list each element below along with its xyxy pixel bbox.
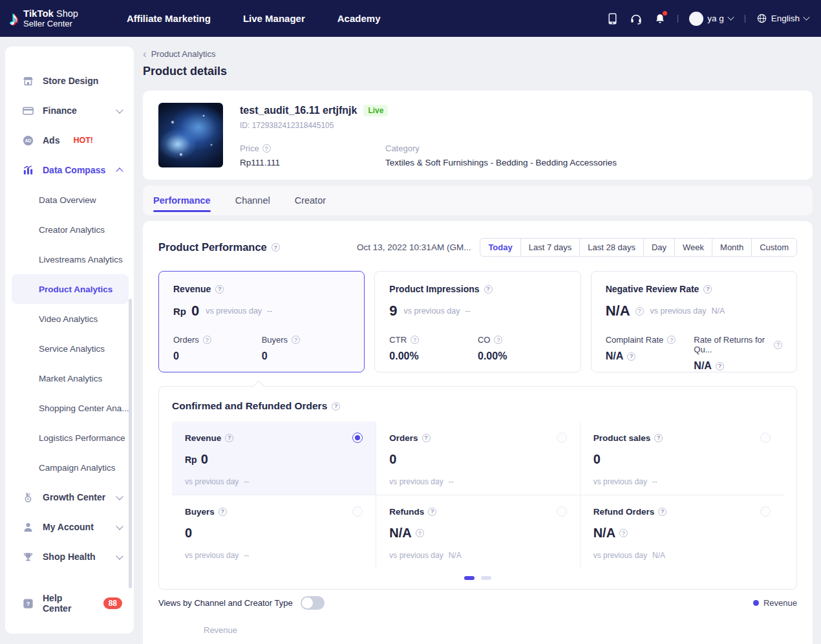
tile-help-icon[interactable] <box>428 508 436 516</box>
value-help-icon[interactable] <box>635 307 644 316</box>
negative-review-help-icon[interactable] <box>703 285 712 294</box>
brand-regular: Shop <box>56 8 78 19</box>
subitem-label: Livestreams Analytics <box>39 255 123 264</box>
range-today[interactable]: Today <box>480 239 520 256</box>
sidebar-label: My Account <box>43 522 94 532</box>
tab-channel[interactable]: Channel <box>235 186 270 215</box>
range-last-28-days[interactable]: Last 28 days <box>579 239 643 256</box>
confirmed-orders-help-icon[interactable] <box>332 402 340 411</box>
subitem-label: Creator Analytics <box>39 225 105 235</box>
product-category-block: Category Textiles & Soft Furnishings - B… <box>385 144 617 167</box>
tile-buyers[interactable]: Buyers 0 vs previous day-- <box>172 495 376 568</box>
user-menu[interactable]: ya g <box>689 12 734 26</box>
range-day[interactable]: Day <box>643 239 674 256</box>
submetric-value: N/A <box>606 350 624 362</box>
tile-revenue[interactable]: Revenue Rp0 vs previous day-- <box>172 422 376 495</box>
views-by-channel-toggle[interactable] <box>301 596 325 610</box>
revenue-help-icon[interactable] <box>215 285 224 294</box>
tile-help-icon[interactable] <box>422 434 431 442</box>
complaint-rate-help-icon[interactable] <box>667 336 676 344</box>
sidebar-subitem-creator-analytics[interactable]: Creator Analytics <box>5 215 134 244</box>
impressions-help-icon[interactable] <box>484 285 493 294</box>
submetric-value: 0.00% <box>389 350 418 362</box>
sidebar-item-help-center[interactable]: ? Help Center 88 <box>5 588 134 618</box>
sidebar-subitem-shopping-center-analytics[interactable]: Shopping Center Ana... <box>5 393 134 423</box>
sidebar-subitem-campaign-analytics[interactable]: Campaign Analytics <box>5 453 134 482</box>
nav-academy[interactable]: Academy <box>337 13 381 24</box>
tile-product-sales[interactable]: Product sales 0 vs previous day-- <box>580 422 784 495</box>
buyers-radio[interactable] <box>352 506 363 517</box>
report-datetime: Oct 13, 2022 10:31AM (GM... <box>357 242 471 252</box>
page-dot-2[interactable] <box>481 576 491 580</box>
tile-refund-orders[interactable]: Refund Orders N/A vs previous dayN/A <box>580 495 784 568</box>
performance-help-icon[interactable] <box>272 243 280 252</box>
vs-label: vs previous day <box>404 306 460 316</box>
tile-help-icon[interactable] <box>225 434 233 442</box>
product-sales-radio[interactable] <box>760 433 771 443</box>
sidebar-subitem-product-analytics[interactable]: Product Analytics <box>12 274 129 304</box>
tile-refunds[interactable]: Refunds N/A vs previous dayN/A <box>376 495 579 568</box>
sidebar-item-my-account[interactable]: My Account <box>5 512 134 542</box>
breadcrumb[interactable]: Product Analytics <box>143 48 215 59</box>
vs-value: -- <box>244 477 249 486</box>
tile-help-icon[interactable] <box>658 508 666 516</box>
tile-help-icon[interactable] <box>654 434 663 442</box>
refunds-radio[interactable] <box>557 506 567 517</box>
returns-rate-help-icon[interactable] <box>774 341 782 349</box>
nav-affiliate-marketing[interactable]: Affiliate Marketing <box>127 13 211 24</box>
tile-help-icon[interactable] <box>219 508 227 516</box>
orders-help-icon[interactable] <box>203 336 211 344</box>
sidebar-item-ads[interactable]: AD Ads HOT! <box>5 125 134 155</box>
revenue-radio[interactable] <box>352 433 363 443</box>
sidebar-item-data-compass[interactable]: Data Compass <box>5 155 134 185</box>
sidebar-subitem-service-analytics[interactable]: Service Analytics <box>5 334 134 363</box>
mobile-app-icon[interactable] <box>606 12 619 25</box>
value-help-icon[interactable] <box>416 529 424 537</box>
tab-performance[interactable]: Performance <box>153 186 211 215</box>
sidebar-label: Store Design <box>43 76 98 86</box>
tab-creator[interactable]: Creator <box>295 186 326 215</box>
refund-orders-radio[interactable] <box>760 506 771 517</box>
language-selector[interactable]: English <box>756 13 809 24</box>
metric-card-negative-review-rate[interactable]: Negative Review Rate N/A vs previous day… <box>591 271 797 372</box>
trophy-icon <box>22 551 34 563</box>
value-help-icon[interactable] <box>627 352 635 361</box>
value-help-icon[interactable] <box>619 529 628 537</box>
orders-radio[interactable] <box>557 433 567 443</box>
price-help-icon[interactable] <box>262 144 271 153</box>
co-help-icon[interactable] <box>494 336 502 344</box>
range-custom[interactable]: Custom <box>751 239 796 256</box>
range-week[interactable]: Week <box>674 239 712 256</box>
metric-card-revenue[interactable]: Revenue Rp0 vs previous day -- Orders 0 … <box>158 271 365 372</box>
range-last-7-days[interactable]: Last 7 days <box>520 239 580 256</box>
support-headset-icon[interactable] <box>630 12 643 25</box>
submetric-label: CTR <box>389 335 407 345</box>
sidebar-subitem-video-analytics[interactable]: Video Analytics <box>5 304 134 334</box>
sidebar-subitem-livestreams-analytics[interactable]: Livestreams Analytics <box>5 244 134 274</box>
sidebar-item-store-design[interactable]: Store Design <box>5 66 134 96</box>
range-month[interactable]: Month <box>712 239 751 256</box>
subitem-label: Shopping Center Ana... <box>39 403 129 413</box>
sidebar-label: Growth Center <box>43 492 105 502</box>
sidebar-item-shop-health[interactable]: Shop Health <box>5 542 134 572</box>
vs-label: vs previous day <box>593 551 647 560</box>
metric-card-product-impressions[interactable]: Product Impressions 9 vs previous day --… <box>374 271 581 372</box>
sidebar-subitem-logistics-performance[interactable]: Logistics Performance <box>5 423 134 453</box>
sidebar-scrollbar[interactable] <box>129 299 132 588</box>
notifications-bell-icon[interactable] <box>654 12 666 25</box>
submetric-value: 0 <box>262 350 268 362</box>
buyers-help-icon[interactable] <box>292 336 300 344</box>
tile-value: 0 <box>593 452 601 467</box>
sidebar-item-finance[interactable]: Finance <box>5 96 134 125</box>
nav-live-manager[interactable]: Live Manager <box>243 13 305 24</box>
sidebar-item-growth-center[interactable]: Growth Center <box>5 482 134 512</box>
page-dot-1[interactable] <box>464 576 474 580</box>
tile-orders[interactable]: Orders 0 vs previous day-- <box>376 422 579 495</box>
submetric-value: 0 <box>173 350 179 362</box>
sidebar-subitem-market-analytics[interactable]: Market Analytics <box>5 363 134 393</box>
ctr-help-icon[interactable] <box>410 336 419 344</box>
brand-logo[interactable]: ♪ TikTok Shop Seller Center <box>9 8 78 28</box>
sidebar-subitem-data-overview[interactable]: Data Overview <box>5 185 134 215</box>
chevron-down-icon <box>727 14 734 20</box>
value-help-icon[interactable] <box>716 362 724 370</box>
